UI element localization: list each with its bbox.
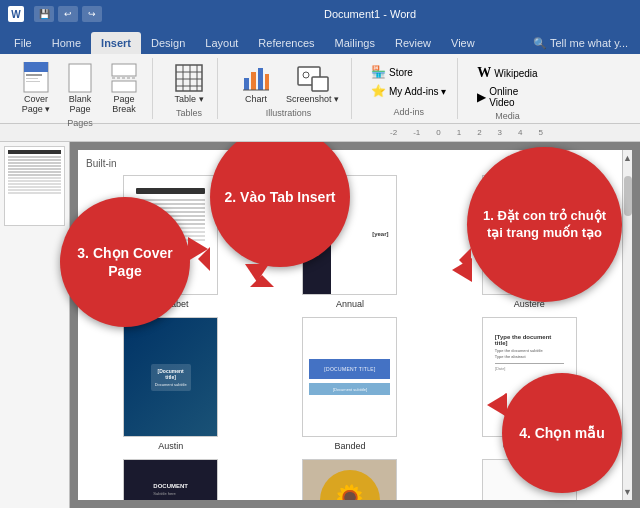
callout-position-cursor: 1. Đặt con trỏ chuột tại trang muốn tạo — [467, 147, 622, 302]
cover-page-label: CoverPage ▾ — [22, 94, 51, 114]
gallery-thumb-photo: 🌻 — [302, 459, 397, 500]
svg-rect-6 — [112, 64, 136, 76]
callout-2-text: 2. Vào Tab Insert — [225, 188, 336, 206]
online-video-button[interactable]: ▶ OnlineVideo — [474, 85, 540, 109]
svg-rect-18 — [258, 68, 263, 90]
svg-rect-19 — [265, 74, 269, 90]
ruler: -2-1012345 — [0, 124, 640, 142]
tables-items: Table ▾ — [169, 60, 209, 106]
wikipedia-icon: W — [477, 65, 491, 81]
gallery-label-austin: Austin — [158, 441, 183, 451]
callout-4-text: 4. Chọn mẫu — [519, 424, 605, 442]
wikipedia-button[interactable]: W Wikipedia — [474, 64, 540, 82]
chart-label: Chart — [245, 94, 267, 104]
callout-choose-template: 4. Chọn mẫu — [502, 373, 622, 493]
scroll-down-arrow[interactable]: ▼ — [620, 484, 635, 500]
document-area: Built-in — [0, 142, 640, 508]
cover-page-button[interactable]: CoverPage ▾ — [16, 60, 56, 116]
my-addins-icon: ⭐ — [371, 84, 386, 98]
pages-group-label: Pages — [67, 118, 93, 128]
ruler-marks: -2-1012345 — [390, 128, 543, 137]
save-button[interactable]: 💾 — [34, 6, 54, 22]
redo-button[interactable]: ↪ — [82, 6, 102, 22]
tab-design[interactable]: Design — [141, 32, 195, 54]
tab-file[interactable]: File — [4, 32, 42, 54]
blank-page-label: BlankPage — [69, 94, 92, 114]
svg-rect-8 — [112, 81, 136, 92]
tab-review[interactable]: Review — [385, 32, 441, 54]
svg-rect-9 — [176, 65, 202, 91]
my-addins-label: My Add-ins ▾ — [389, 86, 446, 97]
scrollbar[interactable]: ▲ ▼ — [622, 150, 632, 500]
store-button[interactable]: 🏪 Store — [368, 64, 449, 80]
tab-view[interactable]: View — [441, 32, 485, 54]
gallery-thumb-dark: DOCUMENT Subtitle here — [123, 459, 218, 500]
cover-page-icon — [20, 62, 52, 94]
addins-group-label: Add-ins — [393, 107, 424, 117]
screenshot-icon — [297, 62, 329, 94]
tell-me-field[interactable]: 🔍 Tell me what y... — [525, 33, 636, 54]
gallery-item-austin[interactable]: [Documenttitle] Document subtitle Austin — [86, 317, 255, 451]
blank-page-icon — [64, 62, 96, 94]
callout-1-text: 1. Đặt con trỏ chuột tại trang muốn tạo — [475, 208, 614, 242]
tab-home[interactable]: Home — [42, 32, 91, 54]
document-title: Document1 - Word — [324, 8, 416, 20]
sidebar-thumbnail[interactable] — [4, 146, 65, 226]
scroll-thumb[interactable] — [624, 176, 632, 216]
tab-references[interactable]: References — [248, 32, 324, 54]
tab-mailings[interactable]: Mailings — [325, 32, 385, 54]
svg-rect-22 — [312, 77, 328, 91]
wikipedia-label: Wikipedia — [494, 68, 537, 79]
quick-access-toolbar[interactable]: 💾 ↩ ↪ — [34, 6, 102, 22]
gallery-item-photo[interactable]: 🌻 — [265, 459, 434, 500]
svg-rect-1 — [24, 62, 48, 72]
ribbon-tabs: File Home Insert Design Layout Reference… — [0, 28, 640, 54]
sidebar-panel — [0, 142, 70, 508]
media-group-label: Media — [495, 111, 520, 121]
chart-icon — [240, 62, 272, 94]
illustrations-items: Chart Screenshot ▾ — [234, 60, 343, 106]
undo-button[interactable]: ↩ — [58, 6, 78, 22]
online-video-label: OnlineVideo — [489, 86, 518, 108]
ribbon: CoverPage ▾ BlankPage Pa — [0, 54, 640, 124]
my-addins-button[interactable]: ⭐ My Add-ins ▾ — [368, 83, 449, 99]
gallery-thumb-austin: [Documenttitle] Document subtitle — [123, 317, 218, 437]
table-icon — [173, 62, 205, 94]
store-icon: 🏪 — [371, 65, 386, 79]
addins-group: 🏪 Store ⭐ My Add-ins ▾ Add-ins — [360, 58, 458, 119]
scroll-up-arrow[interactable]: ▲ — [620, 150, 635, 166]
table-label: Table ▾ — [174, 94, 203, 104]
gallery-item-banded[interactable]: [DOCUMENT TITLE] [Document subtitle] Ban… — [265, 317, 434, 451]
page-break-button[interactable]: PageBreak — [104, 60, 144, 116]
gallery-label-banded: Banded — [334, 441, 365, 451]
store-label: Store — [389, 67, 413, 78]
tables-group-label: Tables — [176, 108, 202, 118]
svg-rect-17 — [251, 72, 256, 90]
austin-title-box: [Documenttitle] Document subtitle — [151, 364, 191, 391]
online-video-icon: ▶ — [477, 90, 486, 104]
word-icon: W — [8, 6, 24, 22]
svg-rect-3 — [26, 78, 38, 79]
illustrations-group: Chart Screenshot ▾ Illustrations — [226, 58, 352, 119]
chart-button[interactable]: Chart — [234, 60, 278, 106]
screenshot-button[interactable]: Screenshot ▾ — [282, 60, 343, 106]
photo-circle: 🌻 — [320, 470, 380, 500]
svg-rect-5 — [69, 64, 91, 92]
illustrations-group-label: Illustrations — [266, 108, 312, 118]
callout-3-text: 3. Chọn Cover Page — [68, 244, 182, 280]
annual-text: [year] — [372, 211, 392, 237]
pages-group: CoverPage ▾ BlankPage Pa — [8, 58, 153, 119]
svg-rect-16 — [244, 78, 249, 90]
tables-group: Table ▾ Tables — [161, 58, 218, 119]
table-button[interactable]: Table ▾ — [169, 60, 209, 106]
svg-rect-4 — [26, 81, 40, 82]
blank-page-button[interactable]: BlankPage — [60, 60, 100, 116]
tab-insert[interactable]: Insert — [91, 32, 141, 54]
page-break-icon — [108, 62, 140, 94]
tab-layout[interactable]: Layout — [195, 32, 248, 54]
flower-icon: 🌻 — [331, 483, 368, 501]
title-bar: W 💾 ↩ ↪ Document1 - Word — [0, 0, 640, 28]
gallery-item-dark[interactable]: DOCUMENT Subtitle here — [86, 459, 255, 500]
page-break-label: PageBreak — [112, 94, 136, 114]
media-group: W Wikipedia ▶ OnlineVideo Media — [466, 58, 548, 119]
